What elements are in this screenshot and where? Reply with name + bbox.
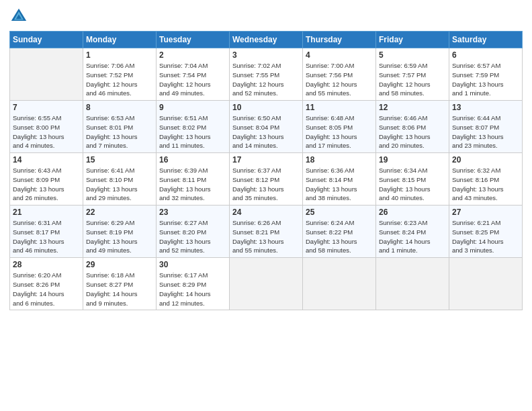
day-info: Sunrise: 6:41 AM Sunset: 8:10 PM Dayligh… <box>86 166 153 203</box>
calendar-cell: 17Sunrise: 6:37 AM Sunset: 8:12 PM Dayli… <box>230 153 303 205</box>
calendar-cell: 8Sunrise: 6:53 AM Sunset: 8:01 PM Daylig… <box>83 101 157 153</box>
calendar-cell: 2Sunrise: 7:04 AM Sunset: 7:54 PM Daylig… <box>157 48 230 101</box>
day-number: 17 <box>232 155 300 165</box>
calendar-cell: 24Sunrise: 6:26 AM Sunset: 8:21 PM Dayli… <box>230 205 303 258</box>
calendar-cell <box>449 258 523 310</box>
day-number: 28 <box>13 260 80 269</box>
header <box>9 7 523 26</box>
day-info: Sunrise: 6:34 AM Sunset: 8:15 PM Dayligh… <box>379 166 446 203</box>
day-info: Sunrise: 6:20 AM Sunset: 8:26 PM Dayligh… <box>13 271 80 308</box>
day-info: Sunrise: 6:55 AM Sunset: 8:00 PM Dayligh… <box>13 113 80 150</box>
calendar-cell <box>376 258 449 310</box>
calendar-week-4: 21Sunrise: 6:31 AM Sunset: 8:17 PM Dayli… <box>10 205 523 258</box>
calendar-header-row: SundayMondayTuesdayWednesdayThursdayFrid… <box>10 32 523 48</box>
day-info: Sunrise: 6:31 AM Sunset: 8:17 PM Dayligh… <box>13 218 80 255</box>
day-number: 30 <box>159 260 226 269</box>
day-number: 5 <box>379 50 446 60</box>
calendar-cell: 28Sunrise: 6:20 AM Sunset: 8:26 PM Dayli… <box>10 258 83 310</box>
calendar-cell: 29Sunrise: 6:18 AM Sunset: 8:27 PM Dayli… <box>83 258 157 310</box>
calendar-cell: 21Sunrise: 6:31 AM Sunset: 8:17 PM Dayli… <box>10 205 83 258</box>
calendar-week-1: 1Sunrise: 7:06 AM Sunset: 7:52 PM Daylig… <box>10 48 523 101</box>
day-number: 24 <box>232 208 300 217</box>
day-info: Sunrise: 6:21 AM Sunset: 8:25 PM Dayligh… <box>452 218 519 255</box>
calendar-cell: 14Sunrise: 6:43 AM Sunset: 8:09 PM Dayli… <box>10 153 83 205</box>
day-number: 6 <box>452 50 519 60</box>
calendar-cell: 1Sunrise: 7:06 AM Sunset: 7:52 PM Daylig… <box>83 48 157 101</box>
calendar-cell: 11Sunrise: 6:48 AM Sunset: 8:05 PM Dayli… <box>303 101 376 153</box>
day-info: Sunrise: 6:26 AM Sunset: 8:21 PM Dayligh… <box>232 218 300 255</box>
page: SundayMondayTuesdayWednesdayThursdayFrid… <box>0 0 532 411</box>
day-info: Sunrise: 6:36 AM Sunset: 8:14 PM Dayligh… <box>306 166 373 203</box>
calendar-cell: 30Sunrise: 6:17 AM Sunset: 8:29 PM Dayli… <box>157 258 230 310</box>
day-info: Sunrise: 6:29 AM Sunset: 8:19 PM Dayligh… <box>86 218 153 255</box>
day-number: 25 <box>306 208 373 217</box>
calendar-header-wednesday: Wednesday <box>230 32 303 48</box>
day-number: 18 <box>306 155 373 165</box>
calendar-cell <box>230 258 303 310</box>
day-info: Sunrise: 6:48 AM Sunset: 8:05 PM Dayligh… <box>306 113 373 150</box>
day-number: 13 <box>452 103 519 112</box>
day-info: Sunrise: 6:17 AM Sunset: 8:29 PM Dayligh… <box>159 271 226 308</box>
calendar-header-saturday: Saturday <box>449 32 523 48</box>
calendar-cell: 19Sunrise: 6:34 AM Sunset: 8:15 PM Dayli… <box>376 153 449 205</box>
day-number: 9 <box>159 103 226 112</box>
day-number: 22 <box>86 208 153 217</box>
day-number: 26 <box>379 208 446 217</box>
day-number: 12 <box>379 103 446 112</box>
calendar-cell: 9Sunrise: 6:51 AM Sunset: 8:02 PM Daylig… <box>157 101 230 153</box>
day-number: 29 <box>86 260 153 269</box>
calendar-cell: 16Sunrise: 6:39 AM Sunset: 8:11 PM Dayli… <box>157 153 230 205</box>
day-number: 15 <box>86 155 153 165</box>
calendar-cell: 25Sunrise: 6:24 AM Sunset: 8:22 PM Dayli… <box>303 205 376 258</box>
day-info: Sunrise: 7:02 AM Sunset: 7:55 PM Dayligh… <box>232 61 300 98</box>
day-info: Sunrise: 6:18 AM Sunset: 8:27 PM Dayligh… <box>86 271 153 308</box>
day-number: 1 <box>86 50 153 60</box>
day-info: Sunrise: 6:44 AM Sunset: 8:07 PM Dayligh… <box>452 113 519 150</box>
calendar-cell: 12Sunrise: 6:46 AM Sunset: 8:06 PM Dayli… <box>376 101 449 153</box>
day-number: 10 <box>232 103 300 112</box>
calendar-cell: 6Sunrise: 6:57 AM Sunset: 7:59 PM Daylig… <box>449 48 523 101</box>
day-number: 8 <box>86 103 153 112</box>
calendar-cell <box>303 258 376 310</box>
day-number: 11 <box>306 103 373 112</box>
day-number: 7 <box>13 103 80 112</box>
day-number: 27 <box>452 208 519 217</box>
calendar-week-2: 7Sunrise: 6:55 AM Sunset: 8:00 PM Daylig… <box>10 101 523 153</box>
calendar-cell: 18Sunrise: 6:36 AM Sunset: 8:14 PM Dayli… <box>303 153 376 205</box>
calendar-cell: 5Sunrise: 6:59 AM Sunset: 7:57 PM Daylig… <box>376 48 449 101</box>
day-info: Sunrise: 6:59 AM Sunset: 7:57 PM Dayligh… <box>379 61 446 98</box>
day-info: Sunrise: 6:43 AM Sunset: 8:09 PM Dayligh… <box>13 166 80 203</box>
day-info: Sunrise: 6:51 AM Sunset: 8:02 PM Dayligh… <box>159 113 226 150</box>
calendar-header-friday: Friday <box>376 32 449 48</box>
day-info: Sunrise: 6:23 AM Sunset: 8:24 PM Dayligh… <box>379 218 446 255</box>
day-number: 21 <box>13 208 80 217</box>
calendar-cell: 7Sunrise: 6:55 AM Sunset: 8:00 PM Daylig… <box>10 101 83 153</box>
day-info: Sunrise: 6:57 AM Sunset: 7:59 PM Dayligh… <box>452 61 519 98</box>
calendar-cell <box>10 48 83 101</box>
day-info: Sunrise: 6:24 AM Sunset: 8:22 PM Dayligh… <box>306 218 373 255</box>
calendar-header-sunday: Sunday <box>10 32 83 48</box>
calendar-cell: 23Sunrise: 6:27 AM Sunset: 8:20 PM Dayli… <box>157 205 230 258</box>
day-number: 19 <box>379 155 446 165</box>
logo <box>9 7 31 26</box>
calendar-header-thursday: Thursday <box>303 32 376 48</box>
day-info: Sunrise: 6:39 AM Sunset: 8:11 PM Dayligh… <box>159 166 226 203</box>
day-number: 3 <box>232 50 300 60</box>
day-number: 2 <box>159 50 226 60</box>
day-info: Sunrise: 7:06 AM Sunset: 7:52 PM Dayligh… <box>86 61 153 98</box>
day-info: Sunrise: 6:37 AM Sunset: 8:12 PM Dayligh… <box>232 166 300 203</box>
day-number: 20 <box>452 155 519 165</box>
calendar-cell: 10Sunrise: 6:50 AM Sunset: 8:04 PM Dayli… <box>230 101 303 153</box>
calendar-week-5: 28Sunrise: 6:20 AM Sunset: 8:26 PM Dayli… <box>10 258 523 310</box>
day-info: Sunrise: 6:32 AM Sunset: 8:16 PM Dayligh… <box>452 166 519 203</box>
calendar-cell: 26Sunrise: 6:23 AM Sunset: 8:24 PM Dayli… <box>376 205 449 258</box>
calendar-header-tuesday: Tuesday <box>157 32 230 48</box>
day-number: 16 <box>159 155 226 165</box>
calendar-header-monday: Monday <box>83 32 157 48</box>
day-info: Sunrise: 6:27 AM Sunset: 8:20 PM Dayligh… <box>159 218 226 255</box>
day-info: Sunrise: 7:04 AM Sunset: 7:54 PM Dayligh… <box>159 61 226 98</box>
day-info: Sunrise: 7:00 AM Sunset: 7:56 PM Dayligh… <box>306 61 373 98</box>
calendar-week-3: 14Sunrise: 6:43 AM Sunset: 8:09 PM Dayli… <box>10 153 523 205</box>
calendar-cell: 22Sunrise: 6:29 AM Sunset: 8:19 PM Dayli… <box>83 205 157 258</box>
day-number: 4 <box>306 50 373 60</box>
